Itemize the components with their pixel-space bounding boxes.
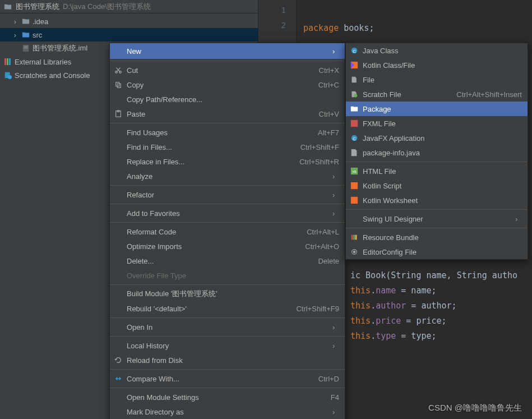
menu-openin[interactable]: Open In› (110, 320, 345, 334)
package-info-icon (349, 148, 359, 158)
submenu-html[interactable]: H5 HTML File (346, 164, 528, 178)
cut-icon (113, 65, 123, 75)
menu-localhist[interactable]: Local History› (110, 338, 345, 353)
menu-refactor[interactable]: Refactor› (110, 187, 345, 202)
separator (110, 336, 345, 337)
kotlin-icon (349, 60, 359, 70)
fxml-icon (349, 118, 359, 128)
submenu-kotlinclass[interactable]: Kotlin Class/File (346, 58, 528, 72)
menu-buildmod[interactable]: Build Module '图书管理系统' (110, 287, 345, 301)
reload-icon (113, 355, 123, 365)
submenu-resource[interactable]: Resource Bundle (346, 230, 528, 245)
separator (110, 222, 345, 223)
menu-reload[interactable]: Reload from Disk (110, 353, 345, 367)
separator (346, 228, 528, 228)
scratch-icon (349, 89, 359, 99)
svg-point-17 (354, 94, 357, 97)
menu-copy[interactable]: CopyCtrl+C (110, 77, 345, 92)
separator (110, 204, 345, 204)
file-icon (349, 75, 359, 85)
svg-text:C: C (353, 136, 356, 141)
separator (110, 388, 345, 388)
svg-point-29 (353, 251, 355, 253)
svg-rect-26 (353, 235, 355, 240)
submenu-editorconfig[interactable]: EditorConfig File (346, 245, 528, 259)
package-icon (349, 104, 359, 114)
chevron-right-icon[interactable]: › (11, 31, 19, 39)
menu-replacefiles[interactable]: Replace in Files...Ctrl+Shift+R (110, 154, 345, 169)
line-number: 1 (258, 6, 296, 21)
separator (346, 162, 528, 162)
menu-reformat[interactable]: Reformat CodeCtrl+Alt+L (110, 224, 345, 239)
java-class-icon: C (349, 45, 359, 56)
folder-icon (3, 2, 12, 11)
tree-item-idea[interactable]: › .idea (0, 15, 258, 28)
menu-compare[interactable]: Compare With...Ctrl+D (110, 371, 345, 386)
svg-rect-24 (351, 197, 358, 204)
kotlin-worksheet-icon (349, 195, 359, 205)
submenu-scratch[interactable]: Scratch FileCtrl+Alt+Shift+Insert (346, 87, 528, 102)
menu-rebuild[interactable]: Rebuild '<default>'Ctrl+Shift+F9 (110, 301, 345, 316)
menu-delete[interactable]: Delete...Delete (110, 254, 345, 268)
editorconfig-icon (349, 247, 359, 257)
breadcrumb-path: D:\java Code\图书管理系统 (63, 2, 151, 12)
chevron-right-icon: › (332, 172, 339, 181)
line-number: 2 (258, 21, 296, 36)
menu-addfav[interactable]: Add to Favorites› (110, 206, 345, 220)
svg-rect-3 (4, 58, 6, 65)
submenu-javaclass[interactable]: C Java Class (346, 43, 528, 58)
submenu-kworksheet[interactable]: Kotlin Worksheet (346, 193, 528, 208)
submenu-javafx[interactable]: C JavaFX Application (346, 131, 528, 145)
tree-label: Scratches and Console (15, 71, 90, 80)
separator (346, 209, 528, 210)
svg-rect-25 (351, 235, 353, 240)
menu-findfiles[interactable]: Find in Files...Ctrl+Shift+F (110, 140, 345, 154)
folder-icon (21, 17, 30, 26)
svg-point-7 (8, 75, 12, 79)
submenu-package[interactable]: Package (346, 102, 528, 116)
chevron-right-icon: › (332, 323, 339, 331)
submenu-file[interactable]: File (346, 72, 528, 87)
tree-label: External Libraries (15, 58, 71, 66)
separator (110, 317, 345, 318)
chevron-right-icon[interactable]: › (11, 17, 19, 25)
svg-rect-2 (24, 48, 28, 48)
source-folder-icon (21, 30, 30, 39)
submenu-swing[interactable]: Swing UI Designer› (346, 211, 528, 226)
chevron-right-icon: › (332, 191, 339, 199)
svg-rect-1 (24, 47, 28, 47)
svg-rect-18 (351, 120, 358, 127)
chevron-right-icon: › (332, 408, 339, 416)
menu-cut[interactable]: CutCtrl+X (110, 63, 345, 77)
separator (110, 284, 345, 285)
menu-optimize[interactable]: Optimize ImportsCtrl+Alt+O (110, 239, 345, 254)
tree-item-src[interactable]: › src (0, 28, 258, 42)
separator (110, 123, 345, 123)
kotlin-script-icon (349, 181, 359, 191)
chevron-right-icon: › (332, 342, 339, 350)
svg-rect-27 (355, 235, 357, 240)
scratches-icon (3, 71, 12, 80)
menu-new[interactable]: New› (110, 43, 345, 59)
menu-copypath[interactable]: Copy Path/Reference... (110, 92, 345, 107)
submenu-kscript[interactable]: Kotlin Script (346, 178, 528, 193)
menu-modsettings[interactable]: Open Module SettingsF4 (110, 390, 345, 404)
separator (110, 369, 345, 370)
menu-findusages[interactable]: Find UsagesAlt+F7 (110, 125, 345, 140)
menu-markdir[interactable]: Mark Directory as› (110, 404, 345, 419)
paste-icon (113, 109, 123, 119)
svg-text:H5: H5 (353, 170, 357, 173)
submenu-pkginfo[interactable]: package-info.java (346, 145, 528, 160)
chevron-right-icon: › (332, 209, 339, 218)
breadcrumb-project: 图书管理系统 (16, 2, 59, 12)
chevron-right-icon: › (332, 47, 339, 56)
compare-icon (113, 374, 123, 384)
menu-analyze[interactable]: Analyze› (110, 169, 345, 183)
tree-label: .idea (33, 17, 48, 26)
menu-paste[interactable]: PasteCtrl+V (110, 107, 345, 121)
code-area-lower: ic Book(String name, String autho this.n… (350, 253, 517, 359)
submenu-fxml[interactable]: FXML File (346, 116, 528, 131)
java-class-icon: C (349, 133, 359, 143)
watermark: CSDN @噜噜噜噜鲁先生 (428, 403, 522, 413)
svg-rect-5 (9, 58, 11, 65)
